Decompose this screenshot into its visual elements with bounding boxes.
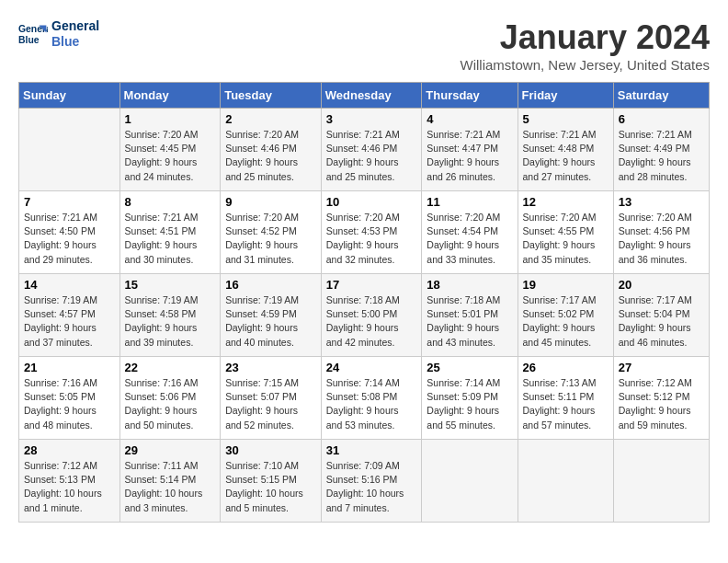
day-info: Sunrise: 7:21 AM Sunset: 4:49 PM Dayligh…: [619, 128, 704, 184]
day-number: 23: [225, 361, 316, 374]
calendar-day-cell: 30Sunrise: 7:10 AM Sunset: 5:15 PM Dayli…: [221, 440, 322, 523]
day-number: 5: [523, 112, 609, 126]
day-number: 21: [24, 361, 115, 374]
day-info: Sunrise: 7:10 AM Sunset: 5:15 PM Dayligh…: [225, 459, 316, 515]
calendar-day-cell: 5Sunrise: 7:21 AM Sunset: 4:48 PM Daylig…: [518, 109, 613, 191]
calendar-day-cell: 6Sunrise: 7:21 AM Sunset: 4:49 PM Daylig…: [613, 109, 709, 191]
calendar-day-cell: 15Sunrise: 7:19 AM Sunset: 4:58 PM Dayli…: [119, 274, 221, 357]
calendar-day-cell: [19, 109, 120, 191]
calendar-day-cell: 25Sunrise: 7:14 AM Sunset: 5:09 PM Dayli…: [422, 357, 518, 440]
day-info: Sunrise: 7:11 AM Sunset: 5:14 PM Dayligh…: [125, 459, 216, 515]
day-number: 2: [225, 112, 316, 126]
day-info: Sunrise: 7:16 AM Sunset: 5:05 PM Dayligh…: [24, 376, 115, 432]
calendar-day-cell: 1Sunrise: 7:20 AM Sunset: 4:45 PM Daylig…: [119, 109, 221, 191]
calendar-day-cell: 29Sunrise: 7:11 AM Sunset: 5:14 PM Dayli…: [119, 440, 221, 523]
day-info: Sunrise: 7:19 AM Sunset: 4:59 PM Dayligh…: [225, 293, 316, 350]
calendar-day-cell: 17Sunrise: 7:18 AM Sunset: 5:00 PM Dayli…: [321, 274, 422, 357]
day-info: Sunrise: 7:14 AM Sunset: 5:08 PM Dayligh…: [326, 376, 417, 432]
day-info: Sunrise: 7:15 AM Sunset: 5:07 PM Dayligh…: [225, 376, 316, 432]
calendar-week-row: 14Sunrise: 7:19 AM Sunset: 4:57 PM Dayli…: [19, 274, 710, 357]
day-number: 12: [523, 195, 609, 209]
day-info: Sunrise: 7:21 AM Sunset: 4:50 PM Dayligh…: [24, 211, 115, 267]
calendar-day-cell: 7Sunrise: 7:21 AM Sunset: 4:50 PM Daylig…: [19, 191, 120, 274]
day-number: 13: [619, 195, 704, 209]
day-number: 4: [427, 112, 512, 126]
day-info: Sunrise: 7:18 AM Sunset: 5:01 PM Dayligh…: [427, 293, 512, 350]
calendar-day-cell: 23Sunrise: 7:15 AM Sunset: 5:07 PM Dayli…: [221, 357, 322, 440]
calendar-day-cell: [613, 440, 709, 523]
calendar-day-cell: 12Sunrise: 7:20 AM Sunset: 4:55 PM Dayli…: [518, 191, 613, 274]
calendar-day-cell: 27Sunrise: 7:12 AM Sunset: 5:12 PM Dayli…: [613, 357, 709, 440]
title-area: January 2024 Williamstown, New Jersey, U…: [461, 18, 710, 73]
svg-text:Blue: Blue: [18, 34, 40, 44]
day-number: 18: [427, 278, 512, 292]
calendar-day-cell: 31Sunrise: 7:09 AM Sunset: 5:16 PM Dayli…: [321, 440, 422, 523]
day-of-week-header: Wednesday: [321, 83, 422, 109]
calendar-day-cell: 8Sunrise: 7:21 AM Sunset: 4:51 PM Daylig…: [119, 191, 221, 274]
day-info: Sunrise: 7:21 AM Sunset: 4:47 PM Dayligh…: [427, 128, 512, 184]
day-number: 27: [619, 361, 704, 374]
day-info: Sunrise: 7:19 AM Sunset: 4:57 PM Dayligh…: [24, 293, 115, 350]
day-number: 30: [225, 443, 316, 457]
day-info: Sunrise: 7:17 AM Sunset: 5:04 PM Dayligh…: [619, 293, 704, 350]
day-info: Sunrise: 7:20 AM Sunset: 4:53 PM Dayligh…: [326, 211, 417, 267]
day-info: Sunrise: 7:20 AM Sunset: 4:52 PM Dayligh…: [225, 211, 316, 267]
calendar-day-cell: 19Sunrise: 7:17 AM Sunset: 5:02 PM Dayli…: [518, 274, 613, 357]
day-number: 10: [326, 195, 417, 209]
day-info: Sunrise: 7:21 AM Sunset: 4:51 PM Dayligh…: [125, 211, 216, 267]
day-info: Sunrise: 7:21 AM Sunset: 4:48 PM Dayligh…: [523, 128, 609, 184]
calendar-day-cell: [518, 440, 613, 523]
day-info: Sunrise: 7:21 AM Sunset: 4:46 PM Dayligh…: [326, 128, 417, 184]
day-number: 7: [24, 195, 115, 209]
logo-icon: General Blue: [18, 19, 48, 49]
calendar-day-cell: 24Sunrise: 7:14 AM Sunset: 5:08 PM Dayli…: [321, 357, 422, 440]
calendar-day-cell: 28Sunrise: 7:12 AM Sunset: 5:13 PM Dayli…: [19, 440, 120, 523]
calendar-day-cell: 11Sunrise: 7:20 AM Sunset: 4:54 PM Dayli…: [422, 191, 518, 274]
calendar-week-row: 7Sunrise: 7:21 AM Sunset: 4:50 PM Daylig…: [19, 191, 710, 274]
calendar-header-row: SundayMondayTuesdayWednesdayThursdayFrid…: [19, 83, 710, 109]
day-number: 16: [225, 278, 316, 292]
calendar-day-cell: 4Sunrise: 7:21 AM Sunset: 4:47 PM Daylig…: [422, 109, 518, 191]
day-of-week-header: Monday: [119, 83, 221, 109]
day-info: Sunrise: 7:20 AM Sunset: 4:55 PM Dayligh…: [523, 211, 609, 267]
location-title: Williamstown, New Jersey, United States: [461, 57, 710, 73]
day-number: 9: [225, 195, 316, 209]
calendar-week-row: 1Sunrise: 7:20 AM Sunset: 4:45 PM Daylig…: [19, 109, 710, 191]
day-number: 17: [326, 278, 417, 292]
month-title: January 2024: [461, 18, 710, 57]
day-of-week-header: Thursday: [422, 83, 518, 109]
day-info: Sunrise: 7:13 AM Sunset: 5:11 PM Dayligh…: [523, 376, 609, 432]
calendar-day-cell: [422, 440, 518, 523]
calendar-table: SundayMondayTuesdayWednesdayThursdayFrid…: [18, 82, 710, 523]
day-number: 29: [125, 443, 216, 457]
day-number: 28: [24, 443, 115, 457]
logo-line2: Blue: [51, 34, 99, 50]
calendar-day-cell: 20Sunrise: 7:17 AM Sunset: 5:04 PM Dayli…: [613, 274, 709, 357]
day-info: Sunrise: 7:14 AM Sunset: 5:09 PM Dayligh…: [427, 376, 512, 432]
day-info: Sunrise: 7:20 AM Sunset: 4:54 PM Dayligh…: [427, 211, 512, 267]
day-number: 14: [24, 278, 115, 292]
calendar-day-cell: 13Sunrise: 7:20 AM Sunset: 4:56 PM Dayli…: [613, 191, 709, 274]
day-number: 20: [619, 278, 704, 292]
calendar-week-row: 28Sunrise: 7:12 AM Sunset: 5:13 PM Dayli…: [19, 440, 710, 523]
logo-line1: General: [51, 18, 99, 34]
day-of-week-header: Saturday: [613, 83, 709, 109]
day-number: 6: [619, 112, 704, 126]
day-info: Sunrise: 7:16 AM Sunset: 5:06 PM Dayligh…: [125, 376, 216, 432]
day-info: Sunrise: 7:18 AM Sunset: 5:00 PM Dayligh…: [326, 293, 417, 350]
calendar-day-cell: 3Sunrise: 7:21 AM Sunset: 4:46 PM Daylig…: [321, 109, 422, 191]
day-number: 26: [523, 361, 609, 374]
calendar-day-cell: 14Sunrise: 7:19 AM Sunset: 4:57 PM Dayli…: [19, 274, 120, 357]
logo: General Blue General Blue: [18, 18, 99, 50]
calendar-day-cell: 18Sunrise: 7:18 AM Sunset: 5:01 PM Dayli…: [422, 274, 518, 357]
day-info: Sunrise: 7:17 AM Sunset: 5:02 PM Dayligh…: [523, 293, 609, 350]
day-number: 31: [326, 443, 417, 457]
day-of-week-header: Tuesday: [221, 83, 322, 109]
day-number: 22: [125, 361, 216, 374]
day-of-week-header: Sunday: [19, 83, 120, 109]
page-header: General Blue General Blue January 2024 W…: [18, 18, 710, 73]
day-info: Sunrise: 7:19 AM Sunset: 4:58 PM Dayligh…: [125, 293, 216, 350]
day-number: 24: [326, 361, 417, 374]
day-info: Sunrise: 7:20 AM Sunset: 4:56 PM Dayligh…: [619, 211, 704, 267]
day-number: 3: [326, 112, 417, 126]
